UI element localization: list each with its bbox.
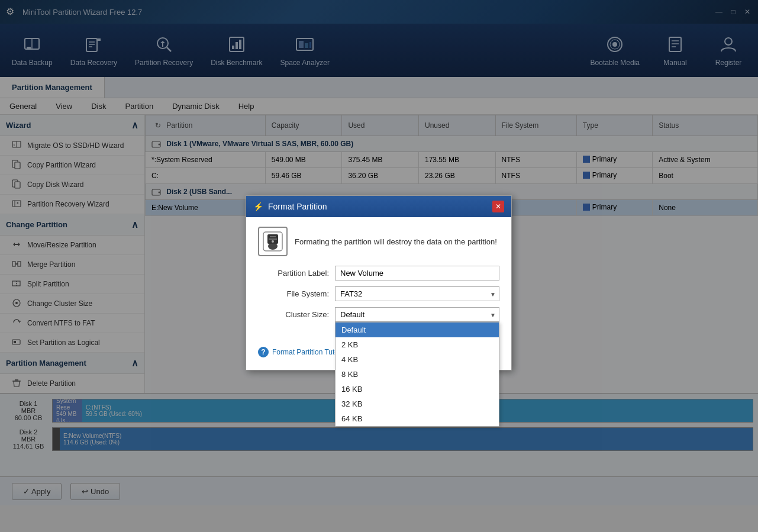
- modal-titlebar: ⚡ Format Partition ✕: [246, 196, 511, 217]
- svg-point-54: [272, 240, 274, 243]
- cluster-size-row: Cluster Size: Default ▼ Default 2 KB 4 K…: [258, 307, 499, 322]
- file-system-row: File System: FAT32 NTFS exFAT ▼: [258, 286, 499, 301]
- file-system-select[interactable]: FAT32 NTFS exFAT: [335, 286, 499, 301]
- dropdown-item-64kb[interactable]: 64 KB: [336, 411, 499, 426]
- dropdown-item-default[interactable]: Default: [336, 323, 499, 337]
- file-system-select-wrapper: FAT32 NTFS exFAT ▼: [335, 286, 499, 301]
- help-icon: ?: [258, 347, 269, 357]
- partition-label-label: Partition Label:: [258, 269, 329, 278]
- partition-label-row: Partition Label:: [258, 266, 499, 280]
- modal-close-button[interactable]: ✕: [492, 201, 504, 212]
- cluster-size-select-wrapper: Default ▼ Default 2 KB 4 KB 8 KB 16 KB 3…: [335, 307, 499, 322]
- modal-body: Formating the partition will destroy the…: [246, 217, 511, 337]
- dropdown-item-16kb[interactable]: 16 KB: [336, 382, 499, 396]
- modal-warning-text: Formating the partition will destroy the…: [295, 237, 497, 246]
- modal-overlay: ⚡ Format Partition ✕ Formating: [0, 0, 758, 532]
- format-partition-modal: ⚡ Format Partition ✕ Formating: [246, 195, 512, 370]
- warning-icon: [258, 227, 288, 256]
- cluster-size-dropdown: Default 2 KB 4 KB 8 KB 16 KB 32 KB 64 KB: [335, 322, 499, 427]
- dropdown-item-2kb[interactable]: 2 KB: [336, 337, 499, 352]
- dropdown-item-8kb[interactable]: 8 KB: [336, 367, 499, 382]
- dropdown-item-4kb[interactable]: 4 KB: [336, 352, 499, 367]
- modal-title: Format Partition: [268, 202, 327, 211]
- file-system-label: File System:: [258, 289, 329, 298]
- cluster-size-label: Cluster Size:: [258, 310, 329, 319]
- dropdown-item-32kb[interactable]: 32 KB: [336, 396, 499, 411]
- modal-title-icon: ⚡: [253, 202, 263, 211]
- cluster-size-select[interactable]: Default: [335, 307, 499, 322]
- modal-warning: Formating the partition will destroy the…: [258, 227, 499, 256]
- partition-label-input[interactable]: [335, 266, 499, 280]
